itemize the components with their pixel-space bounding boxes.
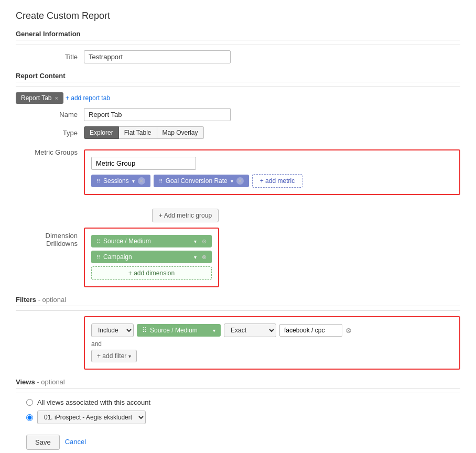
type-btn-map-overlay[interactable]: Map Overlay [157,126,204,139]
include-select[interactable]: Include Exclude [91,323,134,337]
dropdown-icon: ▾ [213,328,215,333]
all-views-label: All views associated with this account [37,398,150,406]
drag-icon: ⠿ [96,254,100,260]
metrics-row: ⠿ Sessions ▾ ✕ ⠿ Goal Conversion Rate ▾ … [91,174,453,188]
cancel-link[interactable]: Cancel [65,435,86,450]
views-content: All views associated with this account 0… [26,398,460,424]
drag-icon: ⠿ [159,178,163,184]
tab-close-icon[interactable]: × [55,95,58,101]
metric-group-name-input[interactable] [91,157,196,170]
tabs-bar: Report Tab × + add report tab [16,92,460,104]
page-title: Create Custom Report [16,10,460,21]
type-label: Type [16,129,84,137]
views-optional: - optional [37,378,64,386]
filter-row: Include Exclude ⠿ Source / Medium ▾ Exac… [91,323,453,337]
metric-label: Goal Conversion Rate [166,177,228,185]
dropdown-icon: ▾ [132,178,135,184]
dimension-drilldowns-label: Dimension Drilldowns [16,228,84,247]
metric-groups-label: Metric Groups [16,144,84,156]
save-button[interactable]: Save [26,435,60,450]
remove-dim-icon[interactable]: ⊗ [202,238,207,245]
metric-chip-goal-conversion[interactable]: ⠿ Goal Conversion Rate ▾ ✕ [154,175,249,187]
filters-optional: - optional [38,296,66,304]
filters-box: Include Exclude ⠿ Source / Medium ▾ Exac… [84,316,460,370]
filter-value-input[interactable] [279,324,342,337]
dim-label: Source / Medium [103,238,151,245]
exact-select[interactable]: Exact Regex Begins with Ends with Contai… [224,323,276,337]
dim-chip-source-medium[interactable]: ⠿ Source / Medium ▾ ⊗ [91,235,212,247]
specific-view-radio[interactable] [26,414,33,421]
actions-row: Save Cancel [26,435,460,450]
views-section-title: Views - optional [16,378,460,389]
add-metric-group-button[interactable]: + Add metric group [152,209,219,222]
dimension-drilldowns-box: ⠿ Source / Medium ▾ ⊗ ⠿ Campaign ▾ ⊗ + a… [84,228,219,287]
add-dimension-button[interactable]: + add dimension [91,266,212,280]
remove-metric-icon[interactable]: ✕ [236,177,244,185]
title-label: Title [16,53,84,61]
all-views-row: All views associated with this account [26,398,460,406]
and-text: and [91,340,453,348]
tab-label: Report Tab [21,94,51,102]
general-info-section: General Information [16,30,460,40]
dropdown-icon: ▾ [231,178,233,184]
add-metric-button[interactable]: + add metric [252,174,302,188]
metric-label: Sessions [103,177,129,185]
type-btn-flat-table[interactable]: Flat Table [119,126,157,139]
metric-chip-sessions[interactable]: ⠿ Sessions ▾ ✕ [91,175,150,187]
title-input[interactable] [84,50,231,63]
add-report-tab-link[interactable]: + add report tab [66,94,110,102]
report-tab[interactable]: Report Tab × [16,92,63,104]
report-tab-name-input[interactable] [84,108,231,121]
filters-section-title: Filters - optional [16,296,460,306]
dim-label: Campaign [103,253,132,261]
drag-icon: ⠿ [142,327,147,334]
add-filter-button[interactable]: + add filter ▾ [91,350,137,362]
remove-dim-icon[interactable]: ⊗ [202,254,207,261]
type-btn-group: Explorer Flat Table Map Overlay [84,126,204,139]
type-btn-explorer[interactable]: Explorer [84,126,119,139]
specific-view-row: 01. iProspect - Aegis ekskludert [26,411,460,424]
view-select[interactable]: 01. iProspect - Aegis ekskludert [37,411,146,424]
filter-remove-icon[interactable]: ⊗ [345,326,352,335]
name-label: Name [16,111,84,118]
dropdown-icon: ▾ [194,239,197,244]
report-content-section: Report Content [16,72,460,82]
remove-metric-icon[interactable]: ✕ [138,177,145,185]
dropdown-icon: ▾ [194,254,197,260]
metric-groups-box: ⠿ Sessions ▾ ✕ ⠿ Goal Conversion Rate ▾ … [84,149,460,195]
dim-chip-campaign[interactable]: ⠿ Campaign ▾ ⊗ [91,251,212,263]
filter-dim-label: Source / Medium [150,327,198,334]
dropdown-icon: ▾ [128,353,131,359]
all-views-radio[interactable] [26,399,33,406]
drag-icon: ⠿ [96,239,100,244]
drag-icon: ⠿ [96,178,100,184]
filter-source-medium-chip[interactable]: ⠿ Source / Medium ▾ [137,324,221,337]
